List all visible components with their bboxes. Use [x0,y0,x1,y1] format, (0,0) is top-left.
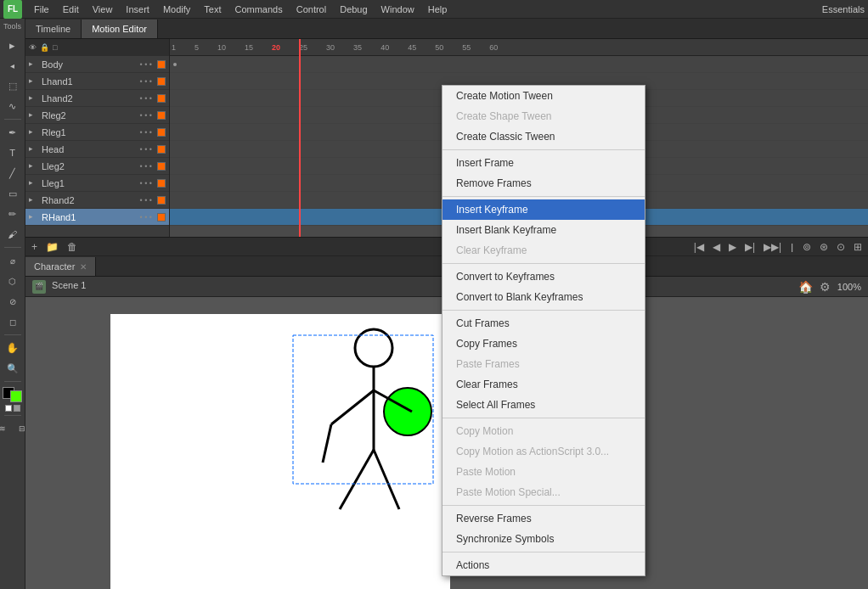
figure-left-arm [331,390,374,424]
layer-row-lhand1[interactable]: ▸ Lhand1 • • • [25,73,169,90]
tab-timeline[interactable]: Timeline [25,20,82,38]
ctx-synchronize-symbols[interactable]: Synchronize Symbols [442,529,645,549]
layer-row-head[interactable]: ▸ Head • • • [25,141,169,158]
tl-btn-play[interactable]: ▶ [726,241,739,253]
tool-smooth[interactable]: ≋ [0,419,12,438]
tool-eraser[interactable]: ◻ [3,312,22,331]
menu-modify[interactable]: Modify [156,3,197,16]
tl-btn-back-frame[interactable]: ◀ [710,241,723,253]
ctx-sep-4 [442,310,645,311]
ctx-paste-motion-special: Paste Motion Special... [442,482,645,502]
ctx-copy-frames[interactable]: Copy Frames [442,334,645,354]
tl-btn-next-frame[interactable]: ▶| [742,241,758,253]
tool-select[interactable]: ▸ [3,36,22,54]
menu-insert[interactable]: Insert [119,3,156,16]
ctx-remove-frames[interactable]: Remove Frames [442,173,645,194]
layer-row-lleg2[interactable]: ▸ Lleg2 • • • [25,158,169,175]
ctx-paste-motion: Paste Motion [442,462,645,482]
tl-btn-onion-all[interactable]: ⊙ [834,241,848,253]
tool-zoom[interactable]: 🔍 [3,359,22,378]
layer-row-rhand1[interactable]: ▸ RHand1 • • • [25,209,169,226]
canvas-tab-character[interactable]: Character ✕ [25,257,96,276]
ctx-sep-7 [442,552,645,553]
layer-dots-lleg1: • • • [140,179,152,188]
tool-boneTool[interactable]: ⌀ [3,251,22,270]
menu-text[interactable]: Text [197,3,228,16]
fill-color[interactable] [10,390,22,402]
tool-lasso2[interactable]: ∿ [3,97,22,115]
ctx-convert-to-blank-keyframes[interactable]: Convert to Blank Keyframes [442,287,645,307]
layer-row-body[interactable]: ▸ Body • • • [25,56,169,73]
menu-edit[interactable]: Edit [56,3,86,16]
layer-name-rleg1: Rleg1 [42,127,66,137]
tl-btn-onion[interactable]: ⊚ [800,241,814,253]
menu-file[interactable]: File [27,3,56,16]
layer-row-rhand2[interactable]: ▸ Rhand2 • • • [25,192,169,209]
settings-icon[interactable]: ⚙ [820,280,831,294]
layer-color-lhand2 [157,94,166,103]
tl-btn-delete-layer[interactable]: 🗑 [65,241,80,253]
tool-subselect[interactable]: ◂ [3,56,22,75]
tool-paint-bucket[interactable]: ⬡ [3,272,22,290]
menu-window[interactable]: Window [375,3,421,16]
ctx-create-shape-tween: Create Shape Tween [442,106,645,126]
ctx-reverse-frames[interactable]: Reverse Frames [442,508,645,529]
context-menu: Create Motion Tween Create Shape Tween C… [442,85,645,576]
tl-btn-onion-out[interactable]: ⊛ [817,241,831,253]
reset-colors[interactable] [14,405,20,412]
layer-row-rleg1[interactable]: ▸ Rleg1 • • • [25,124,169,141]
layer-row-rleg2[interactable]: ▸ Rleg2 • • • [25,107,169,124]
breadcrumb-icon: 🎬 Scene 1 [32,280,86,294]
tl-btn-last-frame[interactable]: ▶▶| [761,241,784,253]
ctx-actions[interactable]: Actions [442,555,645,575]
layer-color-head [157,145,166,154]
layer-row-lleg1[interactable]: ▸ Lleg1 • • • [25,175,169,192]
ctx-insert-blank-keyframe[interactable]: Insert Blank Keyframe [442,220,645,240]
ctx-paste-frames: Paste Frames [442,354,645,374]
tl-btn-new-layer[interactable]: + [29,241,40,253]
menu-commands[interactable]: Commands [228,3,289,16]
canvas-tab-close[interactable]: ✕ [80,262,87,272]
ctx-clear-frames[interactable]: Clear Frames [442,374,645,395]
tool-hand[interactable]: ✋ [3,339,22,357]
tool-separator-1 [4,119,21,120]
tool-separator-3 [4,334,21,335]
tool-text[interactable]: T [3,143,22,162]
ctx-cut-frames[interactable]: Cut Frames [442,313,645,334]
tool-separator-5 [4,415,21,416]
tl-btn-edit-multiple[interactable]: ⊞ [851,241,865,253]
tool-eyedropper[interactable]: ⊘ [3,292,22,311]
menu-debug[interactable]: Debug [333,3,374,16]
ctx-insert-frame[interactable]: Insert Frame [442,153,645,173]
layer-eye-icon: 👁 [29,43,37,52]
ruler-mark-10: 10 [217,43,226,52]
tool-brush[interactable]: 🖌 [3,225,22,244]
layer-name-lleg1: Lleg1 [42,178,65,188]
tool-line[interactable]: ╱ [3,164,22,182]
ctx-insert-keyframe[interactable]: Insert Keyframe [442,199,645,220]
tool-pen[interactable]: ✒ [3,123,22,142]
layer-icon-head: ▸ [29,144,39,154]
layer-icon-rleg1: ▸ [29,127,39,137]
tool-pencil[interactable]: ✏ [3,205,22,223]
ctx-create-classic-tween[interactable]: Create Classic Tween [442,126,645,147]
export-icon[interactable]: 🏠 [798,280,813,294]
tab-motion-editor[interactable]: Motion Editor [82,20,158,38]
ctx-sep-3 [442,263,645,264]
tool-rect[interactable]: ▭ [3,184,22,203]
tl-btn-first-frame[interactable]: |◀ [691,241,707,253]
tl-btn-new-folder[interactable]: 📁 [43,241,61,253]
swap-colors[interactable] [5,405,12,412]
ctx-select-all-frames[interactable]: Select All Frames [442,395,645,415]
frames-ruler: 1 5 10 15 20 25 30 35 40 45 50 55 60 [170,39,868,56]
ctx-convert-to-keyframes[interactable]: Convert to Keyframes [442,266,645,287]
ctx-create-motion-tween[interactable]: Create Motion Tween [442,86,645,106]
menu-control[interactable]: Control [290,3,333,16]
layer-icon-lleg2: ▸ [29,161,39,171]
menu-help[interactable]: Help [421,3,454,16]
tool-lasso[interactable]: ⬚ [3,76,22,95]
menu-view[interactable]: View [86,3,120,16]
ruler-mark-15: 15 [245,43,253,52]
playhead[interactable] [299,39,301,237]
layer-row-lhand2[interactable]: ▸ Lhand2 • • • [25,90,169,107]
